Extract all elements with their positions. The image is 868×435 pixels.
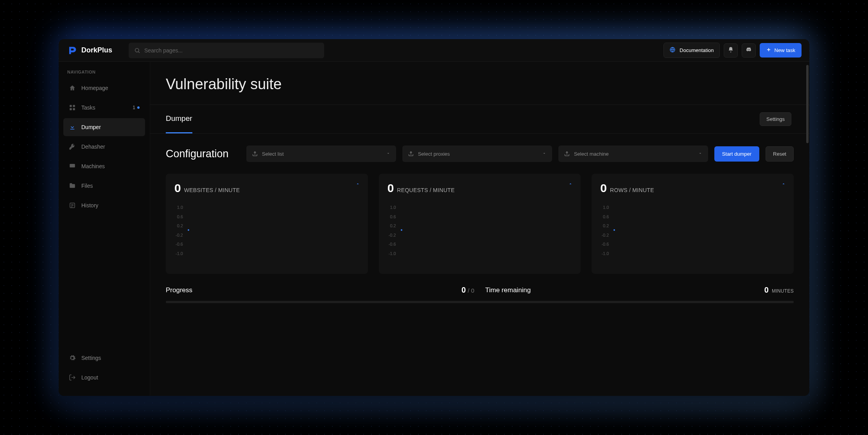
progress-row: Progress 0 / 0 Time remaining 0 MINUTES <box>150 274 809 295</box>
chart-data-point <box>188 229 189 231</box>
svg-rect-7 <box>70 108 72 110</box>
sidebar-item-history[interactable]: History <box>63 196 145 214</box>
grid-icon <box>69 104 76 111</box>
upload-icon <box>564 151 570 157</box>
stat-card-rows: 0 ROWS / MINUTE 1.0 0.6 0.2 -0.2 -0.6 -1… <box>592 174 794 274</box>
tab-settings-button[interactable]: Settings <box>760 112 791 126</box>
stat-value: 0 <box>600 182 607 195</box>
svg-rect-6 <box>73 105 75 107</box>
tab-dumper[interactable]: Dumper <box>166 105 192 133</box>
stat-value: 0 <box>174 182 181 195</box>
sidebar-item-settings[interactable]: Settings <box>63 349 145 367</box>
search-box[interactable] <box>129 43 324 58</box>
brand-logo-icon <box>66 45 77 56</box>
trend-up-icon <box>568 181 573 188</box>
select-machine-label: Select machine <box>574 151 609 157</box>
logout-icon <box>69 374 76 381</box>
chart-y-axis: 1.0 0.6 0.2 -0.2 -0.6 -1.0 <box>387 205 396 256</box>
app-window: DorkPlus Documentation <box>59 39 809 396</box>
progress-section: Progress 0 / 0 <box>166 286 474 295</box>
sidebar-item-tasks[interactable]: Tasks 1 <box>63 99 145 117</box>
sidebar-item-files[interactable]: Files <box>63 177 145 195</box>
header-actions: Documentation New task <box>664 43 802 58</box>
sidebar-item-label: Files <box>81 183 93 189</box>
sidebar-item-machines[interactable]: Machines <box>63 157 145 175</box>
stat-value: 0 <box>387 182 394 195</box>
new-task-label: New task <box>775 47 795 53</box>
progress-label: Progress <box>166 286 192 294</box>
sidebar: NAVIGATION Homepage Tasks 1 Dumper Dehas <box>59 62 150 396</box>
chevron-down-icon <box>542 151 547 157</box>
y-tick: 0.2 <box>174 223 183 228</box>
notifications-button[interactable] <box>724 43 738 58</box>
y-tick: 0.6 <box>174 214 183 219</box>
chart-body <box>612 205 785 256</box>
y-tick: -1.0 <box>174 251 183 256</box>
time-value: 0 <box>764 286 769 295</box>
page-title: Vulnerability suite <box>166 76 794 93</box>
monitor-icon <box>69 163 76 170</box>
select-machine-dropdown[interactable]: Select machine <box>558 146 708 162</box>
upload-icon <box>252 151 258 157</box>
reset-button[interactable]: Reset <box>766 146 794 162</box>
sidebar-item-logout[interactable]: Logout <box>63 368 145 386</box>
time-remaining-label: Time remaining <box>485 286 531 294</box>
y-tick: 0.2 <box>600 223 609 228</box>
scrollbar[interactable] <box>806 65 809 143</box>
brand-logo[interactable]: DorkPlus <box>66 45 112 56</box>
tab-bar: Dumper Settings <box>150 105 809 134</box>
y-tick: 1.0 <box>600 205 609 210</box>
sidebar-item-label: Dehasher <box>81 144 105 150</box>
sidebar-item-label: Tasks <box>81 104 95 111</box>
discord-button[interactable] <box>742 43 756 58</box>
sidebar-footer: Settings Logout <box>63 349 145 388</box>
brand-name: DorkPlus <box>81 46 112 54</box>
y-tick: 1.0 <box>387 205 396 210</box>
select-list-dropdown[interactable]: Select list <box>246 146 396 162</box>
y-tick: -0.2 <box>600 233 609 237</box>
time-numbers: 0 MINUTES <box>764 286 794 295</box>
y-tick: -0.6 <box>387 242 396 246</box>
start-dumper-button[interactable]: Start dumper <box>714 146 759 162</box>
y-tick: 0.2 <box>387 223 396 228</box>
sidebar-item-label: History <box>81 202 99 209</box>
chart-y-axis: 1.0 0.6 0.2 -0.2 -0.6 -1.0 <box>174 205 183 256</box>
documentation-button[interactable]: Documentation <box>664 43 719 58</box>
bell-icon <box>728 47 734 54</box>
stats-row: 0 WEBSITES / MINUTE 1.0 0.6 0.2 -0.2 -0.… <box>150 162 809 274</box>
key-icon <box>69 143 76 150</box>
chart-websites: 1.0 0.6 0.2 -0.2 -0.6 -1.0 <box>174 205 359 256</box>
svg-rect-5 <box>70 105 72 107</box>
progress-total: / 0 <box>468 287 474 294</box>
plus-icon <box>766 47 771 54</box>
sidebar-item-label: Machines <box>81 163 105 169</box>
svg-point-0 <box>135 48 139 52</box>
chart-data-point <box>613 229 615 231</box>
y-tick: -0.2 <box>387 233 396 237</box>
search-input[interactable] <box>144 47 319 54</box>
y-tick: -1.0 <box>387 251 396 256</box>
stat-header: 0 WEBSITES / MINUTE <box>174 182 359 195</box>
sidebar-item-dumper[interactable]: Dumper <box>63 118 145 136</box>
sidebar-item-homepage[interactable]: Homepage <box>63 79 145 97</box>
progress-current: 0 <box>461 286 466 295</box>
chart-y-axis: 1.0 0.6 0.2 -0.2 -0.6 -1.0 <box>600 205 609 256</box>
select-proxies-dropdown[interactable]: Select proxies <box>402 146 552 162</box>
tasks-badge: 1 <box>133 105 140 110</box>
tasks-badge-count: 1 <box>133 105 135 110</box>
header: DorkPlus Documentation <box>59 39 809 62</box>
y-tick: -0.6 <box>174 242 183 246</box>
stat-label: ROWS / MINUTE <box>610 187 654 193</box>
discord-icon <box>746 47 752 54</box>
y-tick: 0.6 <box>387 214 396 219</box>
clock-icon <box>69 202 76 209</box>
new-task-button[interactable]: New task <box>760 43 802 58</box>
time-section: Time remaining 0 MINUTES <box>485 286 794 295</box>
gear-icon <box>69 354 76 361</box>
download-icon <box>69 124 76 131</box>
chart-body <box>186 205 359 256</box>
sidebar-item-dehasher[interactable]: Dehasher <box>63 138 145 156</box>
y-tick: -1.0 <box>600 251 609 256</box>
chart-rows: 1.0 0.6 0.2 -0.2 -0.6 -1.0 <box>600 205 785 256</box>
y-tick: 1.0 <box>174 205 183 210</box>
